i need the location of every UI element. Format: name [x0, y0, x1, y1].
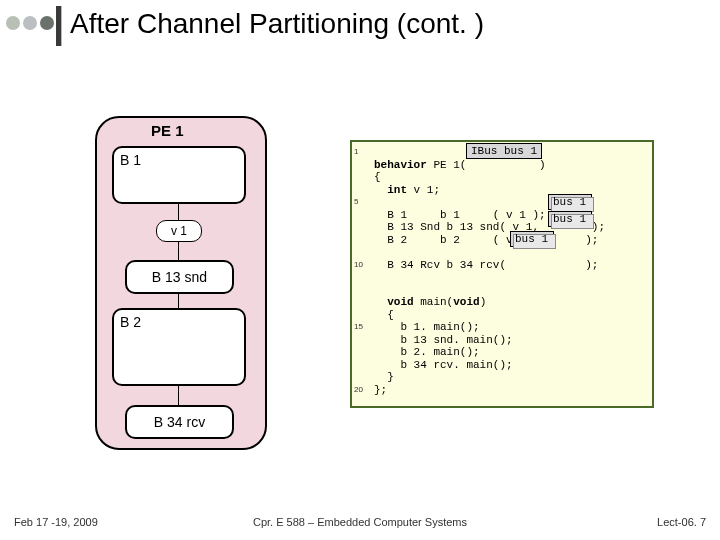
line-number: 20: [354, 384, 363, 397]
line-number: 5: [354, 196, 358, 209]
footer-course: Cpr. E 588 – Embedded Computer Systems: [0, 516, 720, 528]
chip-bus1: bus 1: [510, 231, 554, 247]
slide: After Channel Partitioning (cont. ) PE 1…: [0, 0, 720, 540]
block-b1-label: B 1: [120, 152, 141, 168]
dot-icon: [6, 16, 20, 30]
connector: [178, 202, 179, 220]
block-b1: B 1: [112, 146, 246, 204]
slide-title: After Channel Partitioning (cont. ): [70, 8, 484, 40]
dot-icon: [23, 16, 37, 30]
block-b13snd: B 13 snd: [125, 260, 234, 294]
connector: [178, 292, 179, 308]
line-number: 10: [354, 259, 363, 272]
chip-bus1: bus 1: [548, 194, 592, 210]
connector: [178, 242, 179, 260]
code-panel: 1behavior PE 1( ) { int v 1; 5 B 1 b 1 (…: [350, 140, 654, 408]
chip-ibus: IBus bus 1: [466, 143, 542, 159]
line-number: 15: [354, 321, 363, 334]
pe-label: PE 1: [151, 122, 184, 139]
accent-dots: [6, 16, 54, 30]
block-b2: B 2: [112, 308, 246, 386]
line-number: 1: [354, 146, 358, 159]
var-v1: v 1: [156, 220, 202, 242]
title-divider: [56, 6, 62, 46]
block-b2-label: B 2: [120, 314, 141, 330]
chip-bus1: bus 1: [548, 211, 592, 227]
footer-page: Lect-06. 7: [657, 516, 706, 528]
code-text: 1behavior PE 1( ) { int v 1; 5 B 1 b 1 (…: [352, 142, 652, 425]
dot-icon: [40, 16, 54, 30]
connector: [178, 384, 179, 405]
block-b34rcv: B 34 rcv: [125, 405, 234, 439]
